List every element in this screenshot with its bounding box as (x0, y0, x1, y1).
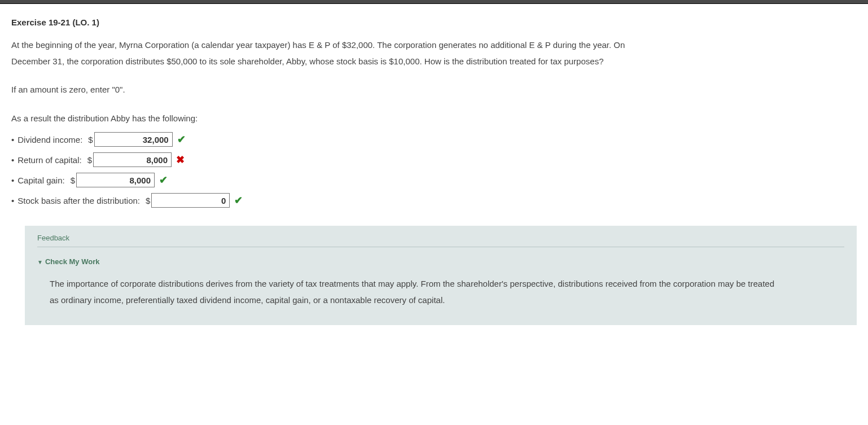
cross-icon: ✖ (176, 154, 185, 166)
input-capital-gain[interactable] (76, 173, 155, 187)
dollar-sign: $ (87, 155, 92, 165)
label-stock-basis: Stock basis after the distribution: (17, 196, 140, 205)
check-icon: ✔ (159, 174, 168, 186)
label-return-of-capital: Return of capital: (17, 155, 81, 165)
input-dividend-income[interactable] (94, 132, 173, 147)
feedback-title: Feedback (37, 234, 844, 247)
chevron-down-icon: ▼ (37, 259, 43, 265)
exercise-title: Exercise 19-21 (LO. 1) (11, 17, 857, 27)
check-icon: ✔ (234, 194, 243, 207)
bullet-icon: • (11, 176, 14, 185)
input-stock-basis[interactable] (151, 193, 230, 208)
dollar-sign: $ (71, 176, 75, 185)
bullet-icon: • (11, 135, 14, 144)
dollar-sign: $ (146, 196, 150, 205)
check-my-work-toggle[interactable]: ▼Check My Work (37, 257, 844, 266)
exercise-page: Exercise 19-21 (LO. 1) At the beginning … (0, 4, 868, 348)
row-dividend-income: • Dividend income: $ ✔ (11, 132, 857, 147)
label-dividend-income: Dividend income: (17, 135, 82, 144)
bullet-icon: • (11, 196, 14, 205)
feedback-body: The importance of corporate distribution… (50, 276, 778, 308)
window-topbar (0, 0, 868, 4)
entry-instruction: If an amount is zero, enter "0". (11, 82, 649, 98)
feedback-panel: Feedback ▼Check My Work The importance o… (25, 226, 857, 325)
check-icon: ✔ (177, 133, 186, 146)
row-return-of-capital: • Return of capital: $ ✖ (11, 152, 857, 167)
problem-text: At the beginning of the year, Myrna Corp… (11, 37, 649, 69)
bullet-icon: • (11, 155, 14, 165)
row-stock-basis: • Stock basis after the distribution: $ … (11, 193, 857, 208)
row-capital-gain: • Capital gain: $ ✔ (11, 173, 857, 187)
check-my-work-label: Check My Work (45, 257, 100, 266)
label-capital-gain: Capital gain: (17, 176, 64, 185)
input-return-of-capital[interactable] (93, 152, 172, 167)
dollar-sign: $ (88, 135, 93, 144)
result-lead-text: As a result the distribution Abby has th… (11, 111, 649, 127)
